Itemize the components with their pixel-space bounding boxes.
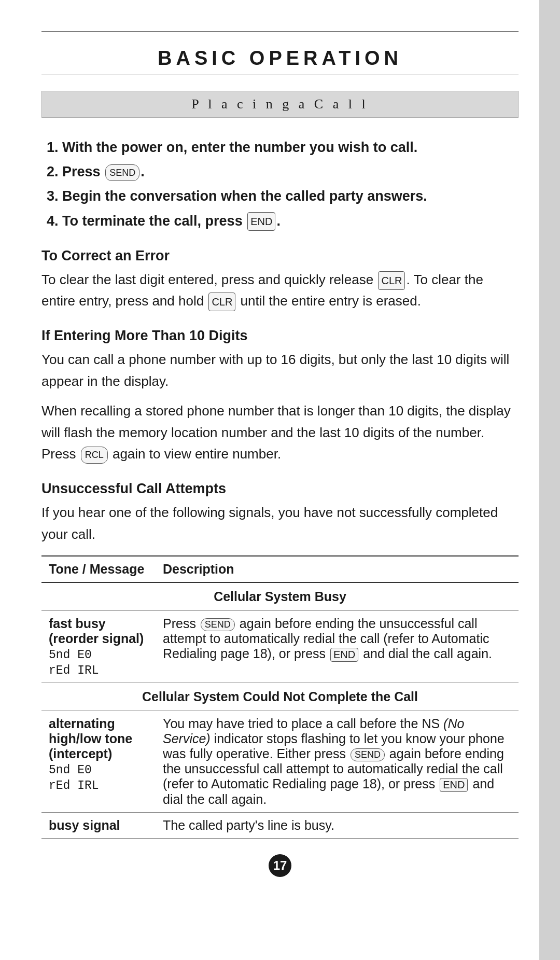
table-row-fast-busy: fast busy (reorder signal) 5nd E0 rEd IR… bbox=[41, 611, 519, 683]
step-4: 4. To terminate the call, press END. bbox=[47, 210, 519, 232]
step-3: 3. Begin the conversation when the calle… bbox=[47, 185, 519, 207]
call-attempts-table: Tone / Message Description Cellular Syst… bbox=[41, 555, 519, 839]
subsection-unsuccessful-title: Unsuccessful Call Attempts bbox=[41, 481, 519, 497]
table-header-tone: Tone / Message bbox=[41, 556, 156, 582]
table-header-desc: Description bbox=[156, 556, 519, 582]
page-title: BASIC OPERATION bbox=[41, 47, 519, 75]
table-section-busy: Cellular System Busy bbox=[41, 582, 519, 611]
send-key-busy: SEND bbox=[201, 618, 235, 631]
10digits-text-2: When recalling a stored phone number tha… bbox=[41, 400, 519, 465]
tone-alternating: alternating high/low tone (intercept) 5n… bbox=[41, 711, 156, 813]
send-key-alt: SEND bbox=[351, 748, 385, 761]
correct-error-text: To clear the last digit entered, press a… bbox=[41, 269, 519, 312]
clr-key-2: CLR bbox=[208, 293, 235, 311]
subsection-10digits-title: If Entering More Than 10 Digits bbox=[41, 328, 519, 344]
section-header: P l a c i n g a C a l l bbox=[41, 91, 519, 118]
end-key-alt: END bbox=[440, 778, 468, 792]
step-1: 1. With the power on, enter the number y… bbox=[47, 136, 519, 159]
section-no-complete-label: Cellular System Could Not Complete the C… bbox=[41, 683, 519, 711]
rcl-key: RCL bbox=[81, 447, 108, 464]
steps-list: 1. With the power on, enter the number y… bbox=[41, 136, 519, 232]
section-busy-label: Cellular System Busy bbox=[41, 582, 519, 611]
table-row-alternating: alternating high/low tone (intercept) 5n… bbox=[41, 711, 519, 813]
tone-fast-busy: fast busy (reorder signal) 5nd E0 rEd IR… bbox=[41, 611, 156, 683]
page-number: 17 bbox=[269, 854, 291, 877]
desc-alternating: You may have tried to place a call befor… bbox=[156, 711, 519, 813]
send-key-step2: SEND bbox=[105, 164, 139, 182]
subsection-correct-error-title: To Correct an Error bbox=[41, 248, 519, 264]
table-row-busy-signal: busy signal The called party's line is b… bbox=[41, 812, 519, 838]
10digits-text-1: You can call a phone number with up to 1… bbox=[41, 349, 519, 392]
table-section-no-complete: Cellular System Could Not Complete the C… bbox=[41, 683, 519, 711]
end-key-busy: END bbox=[330, 648, 358, 662]
step-2: 2. Press SEND. bbox=[47, 161, 519, 183]
desc-fast-busy: Press SEND again before ending the unsuc… bbox=[156, 611, 519, 683]
unsuccessful-text: If you hear one of the following signals… bbox=[41, 502, 519, 545]
desc-busy-signal: The called party's line is busy. bbox=[156, 812, 519, 838]
clr-key-1: CLR bbox=[378, 271, 405, 290]
end-key-step4: END bbox=[247, 212, 275, 231]
tone-busy-signal: busy signal bbox=[41, 812, 156, 838]
